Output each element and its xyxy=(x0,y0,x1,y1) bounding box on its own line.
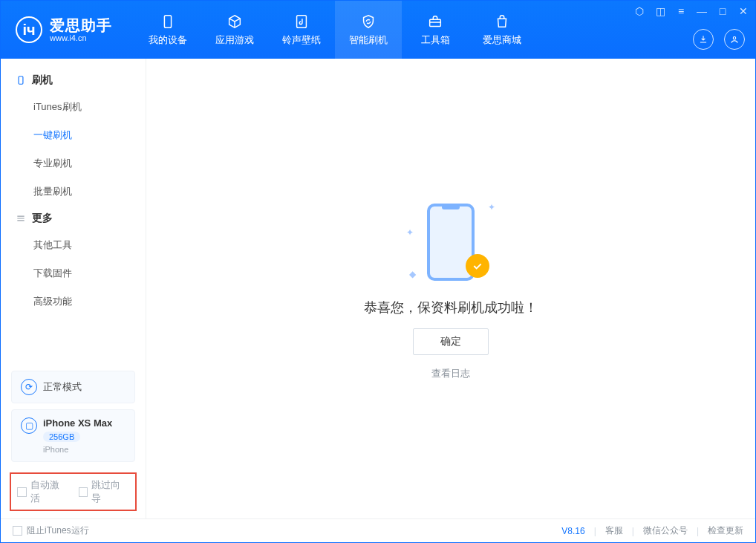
phone-outline-icon xyxy=(16,75,26,85)
main-content: ✦ ✦ ◆ 恭喜您，保资料刷机成功啦！ 确定 查看日志 xyxy=(146,59,755,518)
close-button[interactable]: ✕ xyxy=(737,5,749,17)
section-label: 更多 xyxy=(32,212,53,225)
check-badge-icon xyxy=(466,254,489,278)
list-icon xyxy=(16,213,26,224)
skip-guide-checkbox[interactable]: 跳过向导 xyxy=(79,478,130,505)
checkbox-label: 自动激活 xyxy=(30,478,68,505)
shield-refresh-icon xyxy=(359,13,377,30)
device-type: iPhone xyxy=(43,445,112,454)
svg-rect-2 xyxy=(430,19,441,26)
sidebar-item-other[interactable]: 其他工具 xyxy=(1,231,146,259)
user-button[interactable] xyxy=(724,29,745,50)
sidebar: 刷机 iTunes刷机 一键刷机 专业刷机 批量刷机 更多 其他工具 下载固件 … xyxy=(1,59,146,518)
download-button[interactable] xyxy=(693,29,714,50)
tab-label: 铃声壁纸 xyxy=(282,33,321,47)
footer-update-link[interactable]: 检查更新 xyxy=(708,524,743,537)
header: iч 爱思助手 www.i4.cn 我的设备 应用游戏 铃声壁纸 智能刷机 xyxy=(1,1,755,59)
minimize-button[interactable]: — xyxy=(696,5,708,17)
sidebar-item-oneclick[interactable]: 一键刷机 xyxy=(1,121,146,149)
svg-point-3 xyxy=(733,37,736,40)
ok-button[interactable]: 确定 xyxy=(413,328,489,355)
sidebar-section-more: 更多 xyxy=(1,206,146,231)
lock-icon[interactable]: ◫ xyxy=(654,5,666,17)
auto-activate-checkbox[interactable]: 自动激活 xyxy=(17,478,68,505)
sidebar-item-adv[interactable]: 高级功能 xyxy=(1,287,146,316)
sidebar-item-pro[interactable]: 专业刷机 xyxy=(1,149,146,178)
shirt-icon[interactable]: ⬡ xyxy=(633,5,645,17)
checkbox-label: 跳过向导 xyxy=(91,478,129,505)
device-capacity: 256GB xyxy=(43,432,80,442)
footer-wechat-link[interactable]: 微信公众号 xyxy=(643,524,688,537)
tab-label: 应用游戏 xyxy=(215,33,254,47)
music-file-icon xyxy=(293,13,310,30)
sidebar-section-flash: 刷机 xyxy=(1,68,146,93)
tab-device[interactable]: 我的设备 xyxy=(134,1,201,59)
toolbox-icon xyxy=(426,13,444,30)
tab-store[interactable]: 爱思商城 xyxy=(469,1,535,59)
sparkle-icon: ✦ xyxy=(406,227,414,238)
device-phone-icon: ▢ xyxy=(21,417,37,434)
success-illustration: ✦ ✦ ◆ xyxy=(406,198,495,287)
tab-flash[interactable]: 智能刷机 xyxy=(335,1,402,59)
phone-icon xyxy=(159,13,177,30)
logo: iч 爱思助手 www.i4.cn xyxy=(1,16,127,43)
sidebar-item-batch[interactable]: 批量刷机 xyxy=(1,178,146,206)
version-label: V8.16 xyxy=(561,526,584,536)
footer-service-link[interactable]: 客服 xyxy=(605,524,623,537)
svg-rect-0 xyxy=(164,16,171,28)
device-name: iPhone XS Max xyxy=(43,417,112,429)
mode-card[interactable]: ⟳ 正常模式 xyxy=(11,371,135,403)
sparkle-icon: ◆ xyxy=(409,269,416,279)
menu-icon[interactable]: ≡ xyxy=(675,5,687,17)
footer: 阻止iTunes运行 V8.16 | 客服 | 微信公众号 | 检查更新 xyxy=(1,518,755,542)
highlight-box: 自动激活 跳过向导 xyxy=(10,472,137,511)
block-itunes-checkbox[interactable]: 阻止iTunes运行 xyxy=(13,524,89,537)
logo-icon: iч xyxy=(16,16,42,43)
svg-rect-1 xyxy=(297,16,307,28)
app-title: 爱思助手 xyxy=(50,17,112,33)
tab-label: 工具箱 xyxy=(421,33,450,47)
tab-tools[interactable]: 工具箱 xyxy=(402,1,469,59)
maximize-button[interactable]: □ xyxy=(717,5,729,17)
section-label: 刷机 xyxy=(32,74,53,87)
sparkle-icon: ✦ xyxy=(488,202,495,212)
view-log-link[interactable]: 查看日志 xyxy=(431,367,470,380)
body: 刷机 iTunes刷机 一键刷机 专业刷机 批量刷机 更多 其他工具 下载固件 … xyxy=(1,59,755,518)
sidebar-item-itunes[interactable]: iTunes刷机 xyxy=(1,93,146,121)
checkbox-label: 阻止iTunes运行 xyxy=(27,524,89,537)
window-controls: ⬡ ◫ ≡ — □ ✕ xyxy=(633,5,749,17)
app-window: iч 爱思助手 www.i4.cn 我的设备 应用游戏 铃声壁纸 智能刷机 xyxy=(0,0,756,543)
mode-label: 正常模式 xyxy=(43,380,82,394)
cube-icon xyxy=(226,13,244,30)
tab-ring[interactable]: 铃声壁纸 xyxy=(268,1,335,59)
tab-label: 爱思商城 xyxy=(483,33,521,47)
tab-label: 我的设备 xyxy=(149,33,187,47)
tab-label: 智能刷机 xyxy=(349,33,388,47)
success-message: 恭喜您，保资料刷机成功啦！ xyxy=(364,299,538,316)
svg-rect-4 xyxy=(19,77,23,85)
app-subtitle: www.i4.cn xyxy=(50,33,112,42)
tab-apps[interactable]: 应用游戏 xyxy=(201,1,268,59)
sidebar-item-firmware[interactable]: 下载固件 xyxy=(1,259,146,287)
refresh-icon: ⟳ xyxy=(21,379,37,395)
bag-icon xyxy=(493,13,511,30)
main-tabs: 我的设备 应用游戏 铃声壁纸 智能刷机 工具箱 爱思商城 xyxy=(134,1,535,59)
header-actions xyxy=(693,29,745,50)
device-card[interactable]: ▢ iPhone XS Max 256GB iPhone xyxy=(11,409,135,462)
